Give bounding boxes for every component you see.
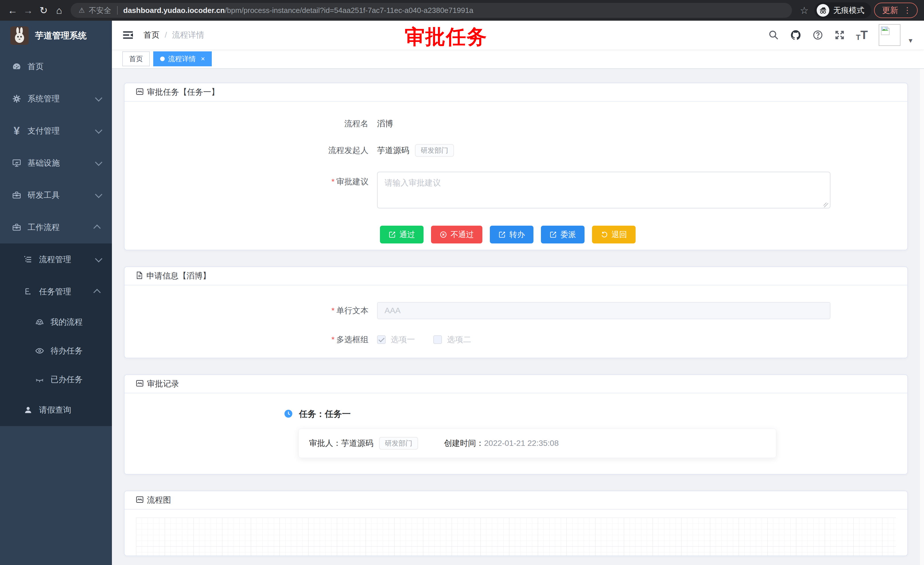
eye-icon [33, 346, 46, 355]
advice-textarea[interactable] [377, 172, 831, 209]
sidebar-item-label: 研发工具 [27, 190, 95, 201]
record-detail-card: 审批人： 芋道源码 研发部门 创建时间： 2022-01-21 22:35:08 [298, 429, 776, 458]
picture-outline-icon [135, 379, 144, 389]
checkbox-checked-icon [377, 335, 386, 344]
sidebar-item-my-process[interactable]: 我的流程 [0, 308, 112, 337]
sidebar-item-task-mgmt[interactable]: 任务管理 [0, 276, 112, 308]
font-size-icon[interactable]: TT [856, 29, 868, 41]
browser-menu-icon[interactable]: ⋮ [903, 6, 911, 14]
sidebar-item-payment[interactable]: ¥ 支付管理 [0, 115, 112, 147]
font-size-small-glyph: T [856, 34, 861, 41]
reload-icon[interactable]: ↻ [37, 4, 50, 17]
breadcrumb-current: 流程详情 [172, 30, 204, 41]
sidebar-item-devtools[interactable]: 研发工具 [0, 179, 112, 211]
breadcrumb-home[interactable]: 首页 [144, 30, 159, 41]
bookmark-star-icon[interactable]: ☆ [797, 5, 812, 16]
required-asterisk: * [332, 306, 334, 315]
avatar[interactable] [879, 24, 900, 46]
document-icon [135, 271, 144, 281]
header-actions: TT ▼ [768, 24, 914, 46]
timeline-task-row: 任务：任务一 [284, 408, 908, 420]
sidebar-item-infrastructure[interactable]: 基础设施 [0, 147, 112, 179]
delegate-button[interactable]: 委派 [541, 225, 585, 243]
avatar-dropdown-caret-icon[interactable]: ▼ [908, 37, 914, 45]
advice-label: *审批建议 [124, 172, 377, 187]
return-button[interactable]: 退回 [592, 225, 636, 243]
process-diagram-card: 流程图 [124, 491, 908, 556]
gear-icon [10, 94, 23, 104]
picture-outline-icon [135, 495, 144, 505]
checkbox-option1: 选项一 [377, 334, 415, 345]
chevron-down-icon [95, 126, 102, 134]
bpmn-canvas[interactable] [136, 518, 896, 556]
button-label: 通过 [399, 229, 415, 240]
sidebar-item-label: 已办任务 [51, 374, 100, 385]
breadcrumb-separator: / [165, 30, 167, 40]
chevron-down-icon [95, 94, 102, 101]
tab-home[interactable]: 首页 [122, 51, 150, 66]
not-secure-label: 不安全 [89, 6, 111, 15]
page-url: dashboard.yudao.iocoder.cn/bpm/process-i… [123, 6, 474, 15]
created-value: 2022-01-21 22:35:08 [484, 439, 559, 448]
url-path: /bpm/process-instance/detail?id=54aa251f… [225, 6, 473, 15]
card-header: 流程图 [124, 491, 908, 509]
single-line-text-input [377, 302, 831, 319]
approve-button[interactable]: 通过 [380, 225, 423, 243]
dept-tag: 研发部门 [415, 144, 454, 157]
address-bar[interactable]: ⚠ 不安全 dashboard.yudao.iocoder.cn/bpm/pro… [70, 3, 792, 18]
sidebar-item-process-mgmt[interactable]: 流程管理 [0, 243, 112, 276]
red-annotation-text: 审批任务 [405, 24, 487, 51]
sidebar-item-leave-query[interactable]: 请假查询 [0, 394, 112, 426]
checkbox-group-row: *多选框组 选项一 选项二 [124, 334, 908, 345]
browser-toolbar: ← → ↻ ⌂ ⚠ 不安全 dashboard.yudao.iocoder.cn… [0, 0, 924, 21]
transfer-button[interactable]: 转办 [490, 225, 534, 243]
card-title: 审批任务【任务一】 [147, 87, 219, 98]
sidebar-item-done-tasks[interactable]: 已办任务 [0, 365, 112, 394]
workflow-submenu: 流程管理 任务管理 我的流程 待办任务 已办 [0, 243, 112, 426]
application-info-card: 申请信息【滔博】 *单行文本 *多选框组 选项一 [124, 266, 908, 358]
help-icon[interactable] [812, 30, 823, 41]
initiator-row: 流程发起人 芋道源码 研发部门 [124, 144, 908, 157]
checkbox-label: 选项二 [447, 334, 471, 345]
button-label: 退回 [612, 229, 627, 240]
fullscreen-icon[interactable] [834, 30, 845, 41]
sidebar-item-home[interactable]: 首页 [0, 51, 112, 83]
approval-task-card: 审批任务【任务一】 流程名 滔博 流程发起人 芋道源码 研发部门 [124, 83, 908, 250]
checkbox-group: 选项一 选项二 [377, 334, 471, 345]
monitor-icon [10, 158, 23, 168]
page-content: 审批任务【任务一】 流程名 滔博 流程发起人 芋道源码 研发部门 [112, 69, 924, 565]
initiator-value: 芋道源码 [377, 145, 409, 156]
sidebar-item-todo-tasks[interactable]: 待办任务 [0, 337, 112, 365]
forward-icon[interactable]: → [22, 4, 34, 17]
sidebar-item-system[interactable]: 系统管理 [0, 83, 112, 115]
app-logo-row[interactable]: 芋道管理系统 [0, 21, 112, 51]
approval-records-card: 审批记录 任务：任务一 审批人： 芋道源码 研发部门 创建时间： 2022-01… [124, 374, 908, 475]
sidebar-item-label: 任务管理 [39, 286, 95, 297]
update-button[interactable]: 更新 ⋮ [874, 3, 918, 18]
text-field-row: *单行文本 [124, 302, 908, 319]
eye-closed-icon [33, 375, 46, 384]
action-buttons: 通过 不通过 转办 委派 [380, 225, 908, 243]
checkbox-group-label: *多选框组 [124, 334, 377, 345]
reject-button[interactable]: 不通过 [431, 225, 482, 243]
search-icon[interactable] [768, 30, 779, 41]
checkbox-label: 选项一 [391, 334, 415, 345]
initiator-label: 流程发起人 [124, 145, 377, 156]
sidebar-item-workflow[interactable]: 工作流程 [0, 211, 112, 243]
github-icon[interactable] [790, 29, 801, 41]
home-icon[interactable]: ⌂ [53, 4, 65, 17]
process-name-label: 流程名 [124, 118, 377, 129]
app-title: 芋道管理系统 [35, 30, 87, 42]
sidebar-item-label: 待办任务 [51, 346, 100, 356]
yen-icon: ¥ [10, 125, 23, 137]
created-label: 创建时间： [444, 438, 484, 449]
sidebar-item-label: 首页 [27, 61, 100, 72]
close-tab-icon[interactable]: × [201, 55, 205, 63]
tab-process-detail[interactable]: 流程详情 × [153, 51, 212, 66]
active-tab-dot [160, 57, 165, 61]
collapse-sidebar-icon[interactable] [122, 30, 134, 40]
page-scrollbar[interactable] [920, 69, 924, 565]
card-header: 审批任务【任务一】 [124, 83, 908, 102]
back-icon[interactable]: ← [6, 4, 19, 17]
sidebar-item-label: 基础设施 [27, 158, 95, 168]
